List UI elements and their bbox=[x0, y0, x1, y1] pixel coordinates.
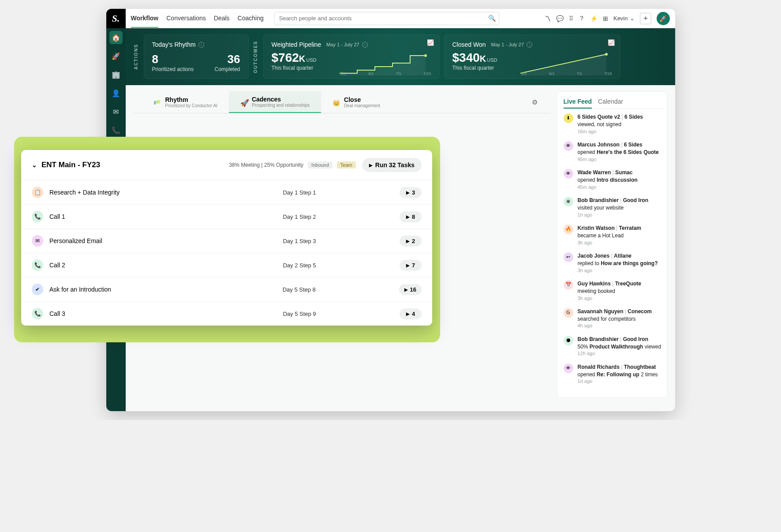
closed-card: 📈 Closed WonMay 1 - July 27i $340KUSD Th… bbox=[444, 34, 620, 79]
chevron-down-icon: ⌄ bbox=[630, 15, 635, 22]
help-icon[interactable]: ？ bbox=[579, 15, 585, 22]
tab-close[interactable]: 👑 CloseDeal management bbox=[321, 91, 392, 113]
task-row[interactable]: 📋Research + Data IntegrityDay 1 Step 1▶ … bbox=[21, 180, 432, 205]
task-label: Ask for an Introduction bbox=[49, 286, 199, 293]
settings-icon[interactable]: ⚙ bbox=[527, 94, 542, 111]
tab-cadences[interactable]: 🚀 CadencesProspecting and relationships bbox=[229, 91, 321, 113]
task-type-icon: 📋 bbox=[32, 187, 43, 198]
task-type-icon: 📞 bbox=[32, 211, 43, 222]
svg-rect-3 bbox=[156, 100, 161, 104]
cadence-title[interactable]: ⌄ ENT Main - FY23 bbox=[32, 161, 100, 169]
add-button[interactable]: ＋ bbox=[640, 13, 651, 24]
task-run-button[interactable]: ▶ 2 bbox=[400, 236, 422, 247]
feed-item[interactable]: 👁Marcus Johnson | 6 Sidesopened Here's t… bbox=[564, 141, 664, 163]
task-row[interactable]: ✔Ask for an IntroductionDay 5 Step 8▶ 16 bbox=[21, 277, 432, 302]
nav-deals[interactable]: Deals bbox=[214, 9, 230, 28]
chart-icon[interactable]: 📈 bbox=[608, 39, 615, 46]
feed-item[interactable]: ⊕Bob Brandishier | Good Ironvisited your… bbox=[564, 197, 664, 218]
task-step: Day 5 Step 9 bbox=[199, 311, 400, 317]
tab-calendar[interactable]: Calendar bbox=[598, 98, 623, 109]
tab-live-feed[interactable]: Live Feed bbox=[564, 98, 592, 109]
play-icon: ▶ bbox=[369, 163, 373, 168]
task-run-button[interactable]: ▶ 16 bbox=[399, 284, 422, 295]
chart-icon[interactable]: 📈 bbox=[427, 39, 434, 46]
task-step: Day 1 Step 3 bbox=[199, 238, 400, 244]
user-menu[interactable]: Kevin⌄ bbox=[613, 15, 635, 22]
feed-item[interactable]: 🔥Kristin Watson | Terratambecame a Hot L… bbox=[564, 225, 664, 246]
hero: ACTIONS Today's Rhythmi 8Prioritized act… bbox=[126, 28, 675, 85]
search[interactable]: 🔍 bbox=[274, 12, 499, 25]
rhythm-card: Today's Rhythmi 8Prioritized actions 36C… bbox=[144, 34, 249, 79]
task-row[interactable]: 📞Call 2Day 2 Step 5▶ 7 bbox=[21, 253, 432, 277]
outcomes-label: OUTCOMES bbox=[253, 41, 258, 73]
feed-item[interactable]: ⬣Bob Brandishier | Good Iron50% Product … bbox=[564, 336, 664, 357]
cadence-stats: 38% Meeting | 25% Opportunity bbox=[229, 162, 303, 168]
feed-icon: ↩ bbox=[564, 252, 573, 262]
rhythm-icon bbox=[154, 99, 162, 105]
prioritized-count: 8 bbox=[152, 52, 194, 66]
search-input[interactable] bbox=[274, 12, 499, 25]
feed-item[interactable]: ↩Jacob Jones | Atilanereplied to How are… bbox=[564, 252, 664, 274]
feed-item[interactable]: ⬇6 Sides Quote v2 | 6 Sidesviewed, not s… bbox=[564, 113, 664, 135]
task-type-icon: 📞 bbox=[32, 259, 43, 271]
task-label: Personalized Email bbox=[49, 237, 199, 244]
task-label: Research + Data Integrity bbox=[49, 189, 199, 196]
search-icon: 🔍 bbox=[488, 15, 496, 22]
svg-point-0 bbox=[424, 54, 427, 57]
badge-team: Team bbox=[337, 161, 356, 169]
pipeline-card: 📈 Weighted PipelineMay 1 - July 27i $762… bbox=[263, 34, 440, 79]
task-row[interactable]: 📞Call 3Day 5 Step 9▶ 4 bbox=[21, 302, 432, 326]
tab-rhythm[interactable]: RhythmPrioritized by Conductor AI bbox=[142, 91, 229, 113]
play-icon: ▶ bbox=[406, 311, 410, 316]
feed-icon: 👁 bbox=[564, 363, 573, 373]
task-label: Call 2 bbox=[49, 262, 199, 269]
task-step: Day 5 Step 8 bbox=[199, 286, 399, 293]
feed-icon: 👁 bbox=[564, 141, 573, 151]
close-icon: 👑 bbox=[333, 99, 340, 105]
feed-icon: ⬣ bbox=[564, 336, 573, 345]
feed-item[interactable]: GSavannah Nguyen | Conecomsearched for c… bbox=[564, 308, 664, 330]
phone-icon[interactable]: 📞 bbox=[109, 124, 123, 137]
activity-icon[interactable]: 〽 bbox=[545, 15, 551, 22]
feed-item[interactable]: 👁Wade Warren | Sumacopened Intro discuss… bbox=[564, 169, 664, 191]
rocket-icon[interactable]: 🚀 bbox=[109, 49, 123, 63]
accounts-icon[interactable]: 🏢 bbox=[109, 68, 123, 81]
actions-label: ACTIONS bbox=[134, 44, 138, 70]
info-icon[interactable]: i bbox=[362, 42, 368, 48]
feed-icon: G bbox=[564, 308, 573, 318]
task-label: Call 3 bbox=[49, 310, 199, 317]
task-step: Day 1 Step 1 bbox=[199, 189, 400, 196]
task-type-icon: 📞 bbox=[32, 308, 43, 319]
person-icon[interactable]: 👤 bbox=[109, 86, 123, 100]
info-icon[interactable]: i bbox=[198, 42, 204, 48]
chevron-down-icon: ⌄ bbox=[32, 161, 37, 169]
task-row[interactable]: 📞Call 1Day 1 Step 2▶ 8 bbox=[21, 205, 432, 229]
feed-item[interactable]: 👁Ronald Richards | Thoughtbeatopened Re:… bbox=[564, 363, 664, 385]
logo: S. bbox=[106, 9, 126, 28]
feed-icon: ⬇ bbox=[564, 113, 573, 123]
cadence-panel: ⌄ ENT Main - FY23 38% Meeting | 25% Oppo… bbox=[21, 150, 432, 326]
task-step: Day 1 Step 2 bbox=[199, 214, 400, 220]
task-run-button[interactable]: ▶ 4 bbox=[400, 308, 422, 319]
feed-icon: ⊕ bbox=[564, 197, 573, 206]
cadences-icon: 🚀 bbox=[240, 99, 248, 105]
bolt-icon[interactable]: ⚡ bbox=[590, 15, 598, 22]
feed-icon: 📅 bbox=[564, 280, 573, 290]
apps-icon[interactable]: ⊞ bbox=[603, 15, 608, 22]
nav-coaching[interactable]: Coaching bbox=[238, 9, 264, 28]
task-run-button[interactable]: ▶ 3 bbox=[400, 187, 422, 198]
home-icon[interactable]: 🏠 bbox=[109, 31, 123, 44]
run-tasks-button[interactable]: ▶Run 32 Tasks bbox=[362, 158, 422, 172]
info-icon[interactable]: i bbox=[527, 42, 532, 48]
task-run-button[interactable]: ▶ 7 bbox=[400, 260, 422, 271]
chat-icon[interactable]: 💬 bbox=[556, 15, 564, 22]
task-row[interactable]: ✉Personalized EmailDay 1 Step 3▶ 2 bbox=[21, 229, 432, 253]
feed-item[interactable]: 📅Guy Hawkins | TreeQuotemeeting booked3h… bbox=[564, 280, 664, 302]
nav-workflow[interactable]: Workflow bbox=[131, 9, 159, 28]
mail-icon[interactable]: ✉ bbox=[109, 105, 123, 118]
task-run-button[interactable]: ▶ 8 bbox=[400, 211, 422, 222]
dialpad-icon[interactable]: ⠿ bbox=[569, 15, 573, 22]
nav-conversations[interactable]: Conversations bbox=[166, 9, 206, 28]
avatar[interactable]: 🚀 bbox=[657, 12, 670, 25]
task-type-icon: ✔ bbox=[32, 284, 43, 295]
